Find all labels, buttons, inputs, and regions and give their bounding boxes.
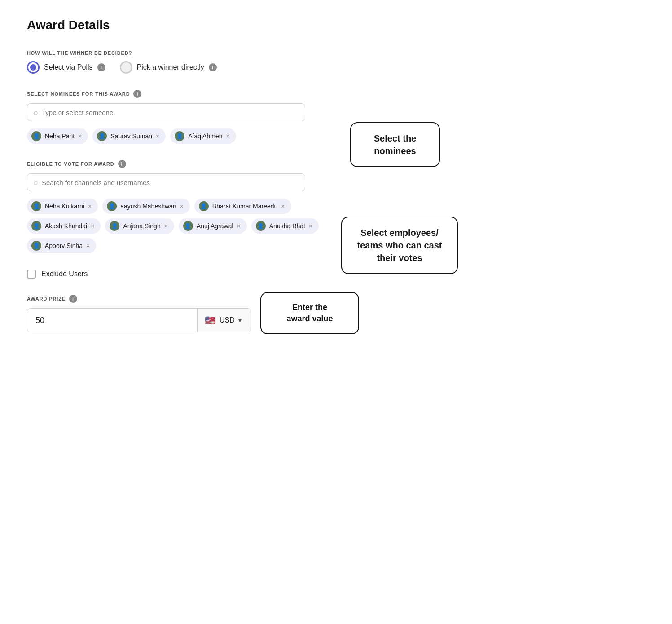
avatar: 👤 <box>256 221 266 231</box>
avatar: 👤 <box>31 131 41 141</box>
select-polls-label: Select via Polls <box>44 63 93 71</box>
remove-eligible-anuj[interactable]: × <box>237 223 241 229</box>
pick-winner-radio[interactable] <box>120 61 132 74</box>
winner-section: HOW WILL THE WINNER BE DECIDED? Select v… <box>27 50 341 74</box>
eligible-search-input[interactable] <box>42 179 299 186</box>
radio-group: Select via Polls i Pick a winner directl… <box>27 61 341 74</box>
exclude-users-checkbox[interactable] <box>27 270 36 279</box>
list-item: 👤 Neha Kulkarni × <box>27 199 98 214</box>
select-polls-radio[interactable] <box>27 61 40 74</box>
eligible-name: aayush Maheshwari <box>120 203 176 210</box>
pick-winner-label: Pick a winner directly <box>137 63 204 71</box>
award-prize-section: AWARD PRIZE i 🇺🇸 USD ▾ Enter the award v… <box>27 295 341 332</box>
avatar: 👤 <box>183 221 193 231</box>
currency-dropdown[interactable]: 🇺🇸 USD ▾ <box>197 309 251 332</box>
eligible-name: Anuj Agrawal <box>197 222 233 230</box>
list-item: 👤 aayush Maheshwari × <box>102 199 190 214</box>
eligible-tags-row: 👤 Neha Kulkarni × 👤 aayush Maheshwari × … <box>27 199 341 253</box>
pick-winner-info-icon[interactable]: i <box>209 63 217 71</box>
remove-eligible-apoorv[interactable]: × <box>86 243 90 249</box>
eligible-name: Akash Khandai <box>45 222 87 230</box>
eligible-name: Bharat Kumar Mareedu <box>212 203 278 210</box>
nominee-name: Afaq Ahmen <box>188 133 222 140</box>
currency-flag: 🇺🇸 <box>205 315 216 326</box>
remove-eligible-aayush[interactable]: × <box>180 203 184 209</box>
list-item: 👤 Anjana Singh × <box>105 218 174 234</box>
avatar: 👤 <box>175 131 184 141</box>
avatar: 👤 <box>110 221 119 231</box>
remove-eligible-bharat[interactable]: × <box>281 203 285 209</box>
avatar: 👤 <box>31 221 41 231</box>
nominees-info-icon[interactable]: i <box>133 90 141 98</box>
list-item: 👤 Saurav Suman × <box>92 128 166 144</box>
remove-nominee-saurav-suman[interactable]: × <box>156 133 159 139</box>
exclude-section: Exclude Users <box>27 270 341 279</box>
avatar: 👤 <box>31 201 41 211</box>
eligible-name: Anjana Singh <box>123 222 160 230</box>
prize-amount-input[interactable] <box>27 309 197 332</box>
vote-tooltip: Select employees/ teams who can cast the… <box>341 217 458 274</box>
chevron-down-icon: ▾ <box>238 317 242 324</box>
nominees-section-label: SELECT NOMINEES FOR THIS AWARD i <box>27 90 341 98</box>
nominees-tooltip: Select the nominees <box>350 122 440 167</box>
eligible-name: Neha Kulkarni <box>45 203 84 210</box>
winner-section-label: HOW WILL THE WINNER BE DECIDED? <box>27 50 341 56</box>
remove-eligible-neha-kulkarni[interactable]: × <box>88 203 92 209</box>
remove-eligible-anjana[interactable]: × <box>164 223 168 229</box>
nominee-name: Neha Pant <box>45 133 75 140</box>
nominees-search-icon: ⌕ <box>34 108 38 116</box>
avatar: 👤 <box>31 241 41 251</box>
avatar: 👤 <box>97 131 107 141</box>
remove-eligible-akash[interactable]: × <box>91 223 94 229</box>
eligible-name: Anusha Bhat <box>269 222 305 230</box>
eligible-search-wrapper[interactable]: ⌕ <box>27 173 305 191</box>
list-item: 👤 Bharat Kumar Mareedu × <box>194 199 291 214</box>
page-title: Award Details <box>27 18 645 32</box>
remove-nominee-neha-pant[interactable]: × <box>78 133 82 139</box>
select-via-polls-option[interactable]: Select via Polls i <box>27 61 105 74</box>
nominee-name: Saurav Suman <box>110 133 152 140</box>
vote-section: ELIGIBLE TO VOTE FOR AWARD i ⌕ 👤 Neha Ku… <box>27 160 341 253</box>
nominees-section: SELECT NOMINEES FOR THIS AWARD i ⌕ 👤 Neh… <box>27 90 341 144</box>
award-prize-info-icon[interactable]: i <box>69 295 77 303</box>
exclude-users-label: Exclude Users <box>41 270 88 278</box>
remove-nominee-afaq-ahmen[interactable]: × <box>226 133 229 139</box>
nominees-tags-row: 👤 Neha Pant × 👤 Saurav Suman × 👤 Afaq Ah… <box>27 128 341 144</box>
nominees-search-wrapper[interactable]: ⌕ <box>27 103 305 121</box>
avatar: 👤 <box>107 201 117 211</box>
list-item: 👤 Neha Pant × <box>27 128 88 144</box>
eligible-info-icon[interactable]: i <box>118 160 126 168</box>
list-item: 👤 Anuj Agrawal × <box>179 218 247 234</box>
vote-section-label: ELIGIBLE TO VOTE FOR AWARD i <box>27 160 341 168</box>
list-item: 👤 Anusha Bhat × <box>251 218 319 234</box>
award-prize-row: 🇺🇸 USD ▾ <box>27 308 251 332</box>
eligible-search-icon: ⌕ <box>34 178 38 186</box>
eligible-name: Apoorv Sinha <box>45 242 83 249</box>
list-item: 👤 Akash Khandai × <box>27 218 101 234</box>
annotation-area: Select the nominees Select employees/ te… <box>341 50 498 455</box>
remove-eligible-anusha[interactable]: × <box>309 223 312 229</box>
polls-info-icon[interactable]: i <box>97 63 105 71</box>
avatar: 👤 <box>199 201 209 211</box>
list-item: 👤 Afaq Ahmen × <box>170 128 236 144</box>
nominees-search-input[interactable] <box>42 109 299 116</box>
pick-winner-directly-option[interactable]: Pick a winner directly i <box>120 61 217 74</box>
currency-label: USD <box>220 316 235 324</box>
list-item: 👤 Apoorv Sinha × <box>27 238 96 253</box>
